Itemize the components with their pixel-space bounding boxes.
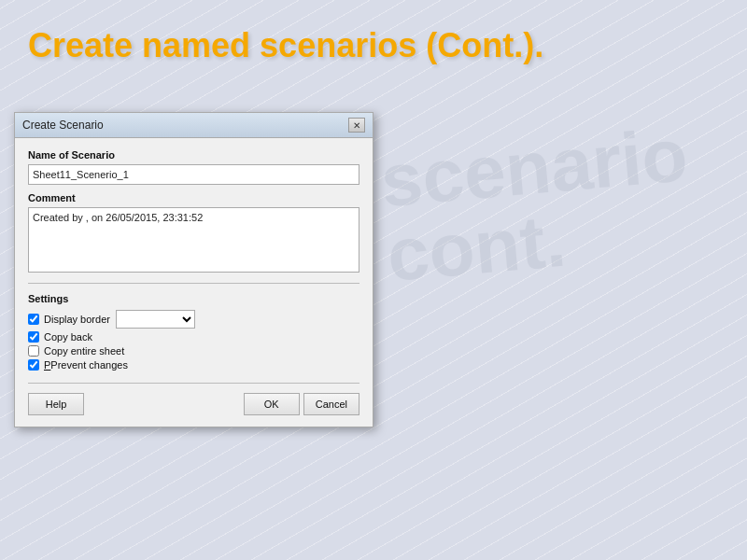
name-of-scenario-label: Name of Scenario [28, 149, 359, 161]
page-title: Create named scenarios (Cont.). [0, 0, 747, 82]
display-border-checkbox[interactable] [28, 314, 39, 325]
prevent-changes-label: PPrevent changes [44, 359, 128, 371]
copy-back-checkbox[interactable] [28, 331, 39, 343]
display-border-label: Display border [44, 314, 110, 325]
display-border-row: Display border [28, 310, 359, 329]
dialog-footer: Help OK Cancel [15, 384, 373, 427]
dialog-body: Name of Scenario Comment Settings Displa… [15, 138, 373, 383]
copy-entire-sheet-label: Copy entire sheet [44, 345, 124, 357]
copy-back-label: Copy back [44, 331, 92, 343]
watermark: scenariocont. [378, 118, 698, 293]
display-border-select[interactable] [116, 310, 195, 329]
ok-button[interactable]: OK [244, 393, 300, 415]
dialog-titlebar: Create Scenario ✕ [15, 113, 373, 138]
scenario-name-input[interactable] [28, 164, 359, 185]
divider [28, 283, 359, 284]
prevent-changes-row: PPrevent changes [28, 359, 359, 371]
settings-label: Settings [28, 293, 359, 304]
prevent-changes-checkbox[interactable] [28, 359, 39, 371]
comment-textarea[interactable] [28, 207, 359, 273]
comment-label: Comment [28, 192, 359, 203]
create-scenario-dialog: Create Scenario ✕ Name of Scenario Comme… [14, 112, 374, 427]
cancel-button[interactable]: Cancel [303, 393, 359, 415]
dialog-overlay: Create Scenario ✕ Name of Scenario Comme… [14, 112, 374, 427]
dialog-title: Create Scenario [22, 119, 104, 132]
copy-back-row: Copy back [28, 331, 359, 343]
help-button[interactable]: Help [28, 393, 84, 415]
copy-entire-sheet-checkbox[interactable] [28, 345, 39, 357]
dialog-close-button[interactable]: ✕ [348, 118, 365, 133]
copy-entire-sheet-row: Copy entire sheet [28, 345, 359, 357]
